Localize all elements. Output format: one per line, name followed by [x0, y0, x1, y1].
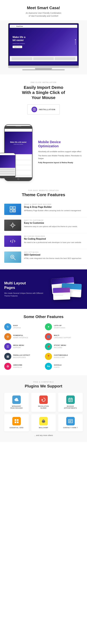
plugin-label-contact-form: CONTACT FORM 7: [63, 427, 78, 429]
mailchimp-icon: [41, 418, 46, 424]
badge-parallax: ▦ PARALLAX EFFECT BACKGROUNDS: [4, 353, 42, 360]
install-button[interactable]: INSTALLATION: [27, 104, 60, 114]
features-section: FOR EASY WEBSITE CREATION Theme Core Fea…: [0, 187, 87, 270]
mobile-heading: Mobile Device Optimization: [38, 140, 83, 148]
svg-point-5: [11, 224, 14, 227]
badge-text-admin: POWERFUL ADMIN INTERFACE: [13, 334, 28, 339]
laptop-mockup-container: SmartCasa Make life a bit easier Smart h…: [0, 20, 87, 74]
svg-rect-3: [10, 210, 12, 212]
install-pre-title: ONE CLICK INSTALLATION: [6, 82, 81, 83]
svg-rect-24: [14, 419, 16, 421]
nav-dot-2: [12, 26, 13, 27]
badge-shortcodes: ✦ LOTS OF SHORTCODES: [45, 323, 83, 330]
plugins-pre-title: FREE & COMPATIBLE: [4, 381, 83, 383]
plugin-essential-grid: ESSENTIAL GRID: [4, 414, 29, 432]
svg-rect-2: [13, 206, 16, 209]
features-heading: Theme Core Features: [3, 192, 84, 197]
contact-form-icon: [68, 418, 73, 424]
feature-pre-label-3: NO CODING REQUIRED: [24, 236, 83, 237]
plugin-label-mailchimp: MAILCHIMP: [39, 427, 48, 429]
customize-icon: [9, 222, 16, 229]
multi-heading: Multi Layout Pages: [4, 281, 43, 290]
svg-rect-1: [10, 206, 12, 209]
plugins-grid: WPBAKERY PAGE BUILDER REVOLUTION SLIDER: [4, 393, 83, 432]
plugins-heading: Plugins We Support: [4, 384, 83, 388]
feature-item-4: SEO OPTIMIZED SEO Optimized HTML code in…: [0, 249, 87, 265]
screen-logo: SmartCasa: [15, 26, 76, 27]
drag-drop-icon: [9, 206, 16, 213]
feature-title-2: Easy to Customize: [24, 222, 83, 224]
screen-bottom-1: [12, 57, 32, 60]
multi-section: Multi Layout Pages We create Several Uni…: [0, 270, 87, 309]
screen-bottom-2: [33, 57, 54, 60]
meet-section: Meet Smart Casa! An Awesome User-Friendl…: [0, 0, 87, 20]
screen-dots: [75, 39, 76, 44]
feature-desc-2: Awesome easy to use options will adjust …: [24, 225, 83, 228]
badge-icon-megamenu: ☰: [4, 343, 11, 350]
badge-icon-googlefonts: Aa: [45, 363, 52, 370]
svg-point-22: [71, 400, 72, 400]
svg-point-33: [44, 420, 44, 420]
feature-item-2: EASY TO CUSTOMIZE Easy to Customize Awes…: [0, 217, 87, 233]
feature-content-3: NO CODING REQUIRED No Coding Required No…: [24, 236, 83, 244]
plugin-label-booked: BOOKED APPOINTMENTS: [64, 405, 77, 409]
multi-desc: We create Several Unique Demos with Diff…: [4, 292, 43, 297]
mobile-desc3: Fully Responsive layout & Retina Ready: [38, 161, 83, 164]
feature-icon-2: [4, 220, 21, 231]
plugin-icon-revolution: [39, 396, 48, 404]
svg-point-21: [70, 400, 71, 400]
feature-item-3: NO CODING REQUIRED No Coding Required No…: [0, 233, 87, 249]
feature-pre-label-4: SEO OPTIMIZED: [24, 252, 83, 253]
badge-text-multilang: MULTI LANGUAGE SUPPORT: [54, 334, 71, 339]
multi-text: Multi Layout Pages We create Several Uni…: [4, 281, 43, 297]
badge-icon-admin: ⚙: [4, 333, 11, 340]
badge-icon-stickymenu: 📌: [45, 343, 52, 350]
mobile-desc1: Absolutely all scrollable sections suppo…: [38, 150, 83, 153]
badge-text-googlefonts: GOOGLE FONTS: [54, 364, 62, 368]
phone-mockup-wrap: Make life a bit easier Smart home soluti…: [4, 124, 35, 181]
svg-point-20: [69, 400, 70, 400]
cloud-icon: [14, 397, 19, 402]
features-pre-title: FOR EASY WEBSITE CREATION: [3, 190, 84, 191]
plugin-wpbakery: WPBAKERY PAGE BUILDER: [4, 393, 29, 412]
plugin-icon-booked: [66, 396, 75, 404]
badge-text-parallax: PARALLAX EFFECT BACKGROUNDS: [13, 354, 30, 358]
feature-title-3: No Coding Required: [24, 238, 83, 240]
badge-fontello: ✿ AWESOME FONTELLO: [4, 363, 42, 370]
svg-rect-26: [14, 422, 16, 423]
badge-text-megamenu: MEGA MENU SUPPORT: [13, 344, 24, 349]
mobile-text: Mobile Device Optimization Absolutely al…: [38, 140, 83, 166]
screen-bottom-3: [55, 57, 76, 60]
multi-visual: [46, 275, 83, 303]
multi-card-3: [53, 288, 70, 300]
svg-rect-27: [17, 422, 18, 423]
svg-marker-15: [42, 399, 43, 400]
badge-easy-updates: ↻ EASY UPDATES: [4, 323, 42, 330]
badge-multilang: 🌐 MULTI LANGUAGE SUPPORT: [45, 333, 83, 340]
feature-title-4: SEO Optimized: [24, 254, 83, 256]
install-heading: Easily Import Demo With a Single Click o…: [6, 85, 81, 100]
plugin-label-revolution: REVOLUTION SLIDER: [38, 405, 49, 409]
phone-home-btn: [17, 177, 20, 181]
feature-icon-1: [4, 204, 21, 215]
screen-hero-btn: Explore More: [12, 46, 22, 48]
plugin-icon-essential-grid: [12, 417, 21, 426]
badge-text-googlemap: CUSTOMIZABLE GOOGLE MAP: [54, 354, 68, 358]
screen-hero-title: Make life a bit easier: [12, 36, 26, 42]
badge-icon-updates: ↻: [4, 323, 11, 330]
plugin-mailchimp: MAILCHIMP: [31, 414, 56, 432]
feature-content-4: SEO OPTIMIZED SEO Optimized HTML code in…: [24, 252, 83, 260]
phone-hero: Make life a bit easier Smart home soluti…: [5, 132, 32, 154]
plugin-booked: BOOKED APPOINTMENTS: [58, 393, 83, 412]
svg-line-12: [14, 258, 16, 260]
feature-content-2: EASY TO CUSTOMIZE Easy to Customize Awes…: [24, 220, 83, 228]
svg-point-23: [69, 401, 70, 402]
feature-pre-label-2: EASY TO CUSTOMIZE: [24, 220, 83, 221]
feature-desc-1: WPBakery Page Builder offers amazing too…: [24, 209, 83, 212]
seo-icon: [9, 254, 16, 261]
calendar-icon: [68, 397, 73, 402]
laptop-stand: [35, 68, 52, 70]
laptop-mockup: SmartCasa Make life a bit easier Smart h…: [8, 23, 79, 70]
nav-dot-1: [11, 26, 12, 27]
svg-point-32: [43, 420, 43, 420]
